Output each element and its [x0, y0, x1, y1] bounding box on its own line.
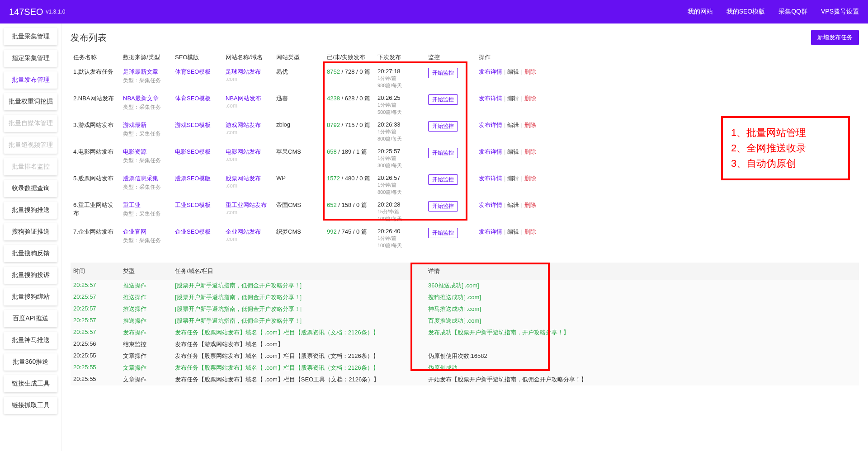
action-delete[interactable]: 删除 [524, 95, 536, 102]
log-time: 20:25:57 [71, 303, 120, 315]
template-link[interactable]: 体育SEO模板 [175, 68, 211, 75]
action-detail[interactable]: 发布详情 [479, 122, 502, 128]
monitor-button[interactable]: 开始监控 [428, 148, 458, 158]
action-detail[interactable]: 发布详情 [479, 175, 502, 182]
table-row: 2.NBA网站发布NBA最新文章类型：采集任务体育SEO模板NBA网站发布 .c… [71, 92, 859, 118]
sidebar-item-16[interactable]: 链接生成工具 [4, 375, 57, 392]
source-link[interactable]: 重工业 [123, 202, 141, 208]
monitor-button[interactable]: 开始监控 [428, 94, 458, 105]
action-edit[interactable]: 编辑 [507, 202, 519, 208]
log-time: 20:25:57 [71, 280, 120, 291]
log-time: 20:25:55 [71, 362, 120, 374]
site-link[interactable]: 重工业网站发布 [226, 202, 267, 208]
template-link[interactable]: 游戏SEO模板 [175, 122, 211, 128]
log-detail: 伪原创使用次数:16582 [425, 350, 859, 362]
source-link[interactable]: 游戏最新 [123, 122, 146, 128]
sidebar-item-0[interactable]: 批量采集管理 [4, 28, 57, 45]
action-edit[interactable]: 编辑 [507, 228, 519, 235]
log-type: 文章操作 [120, 350, 172, 362]
source-link[interactable]: 足球最新文章 [123, 68, 158, 75]
action-detail[interactable]: 发布详情 [479, 202, 502, 208]
action-edit[interactable]: 编辑 [507, 68, 519, 75]
site-link[interactable]: 足球网站发布 [226, 68, 261, 75]
th-template: SEO模版 [172, 50, 223, 65]
source-link[interactable]: NBA最新文章 [123, 95, 159, 102]
action-detail[interactable]: 发布详情 [479, 228, 502, 235]
th-log-task: 任务/域名/栏目 [172, 263, 425, 280]
site-link[interactable]: 股票网站发布 [226, 175, 261, 182]
action-edit[interactable]: 编辑 [507, 95, 519, 102]
nav-seo-templates[interactable]: 我的SEO模版 [726, 8, 765, 16]
cell-actions: 发布详情|编辑|删除 [476, 92, 859, 118]
action-detail[interactable]: 发布详情 [479, 95, 502, 102]
cell-next: 20:26:251分钟/篇500篇/每天 [375, 92, 425, 118]
cell-site: 企业网站发布 .com [223, 225, 274, 252]
monitor-button[interactable]: 开始监控 [428, 174, 458, 185]
monitor-button[interactable]: 开始监控 [428, 121, 458, 132]
nav-qq-group[interactable]: 采集QQ群 [778, 8, 807, 16]
sidebar-item-2[interactable]: 批量发布管理 [4, 71, 57, 89]
action-delete[interactable]: 删除 [524, 202, 536, 208]
action-delete[interactable]: 删除 [524, 228, 536, 235]
site-link[interactable]: 电影网站发布 [226, 148, 261, 155]
cell-publish: 658 / 189 / 1 篇 [324, 145, 375, 172]
cell-name: 1.默认发布任务 [71, 65, 120, 92]
action-edit[interactable]: 编辑 [507, 175, 519, 182]
template-link[interactable]: 企业SEO模板 [175, 228, 211, 235]
site-link[interactable]: 企业网站发布 [226, 228, 261, 235]
site-link[interactable]: 游戏网站发布 [226, 122, 261, 128]
source-link[interactable]: 股票信息采集 [123, 175, 158, 182]
sidebar-item-1[interactable]: 指定采集管理 [4, 50, 57, 67]
template-link[interactable]: 电影SEO模板 [175, 148, 211, 155]
action-delete[interactable]: 删除 [524, 175, 536, 182]
template-link[interactable]: 体育SEO模板 [175, 95, 211, 102]
sidebar-item-3[interactable]: 批量权重词挖掘 [4, 93, 57, 110]
template-link[interactable]: 股票SEO模版 [175, 175, 211, 182]
table-row: 6.重工业网站发布重工业类型：采集任务工业SEO模板重工业网站发布 .com帝国… [71, 198, 859, 225]
source-link[interactable]: 企业官网 [123, 228, 146, 235]
action-detail[interactable]: 发布详情 [479, 68, 502, 75]
sidebar-item-4: 批量自媒体管理 [4, 115, 57, 132]
action-edit[interactable]: 编辑 [507, 148, 519, 155]
log-time: 20:25:56 [71, 338, 120, 350]
sidebar-item-10[interactable]: 批量搜狗反馈 [4, 245, 57, 262]
template-link[interactable]: 工业SEO模板 [175, 202, 211, 208]
cell-publish: 8792 / 715 / 0 篇 [324, 118, 375, 145]
cell-source: 电影资源类型：采集任务 [120, 145, 172, 172]
cell-template: 体育SEO模板 [172, 92, 223, 118]
app-header: 147SEO v1.3.1.0 我的网站 我的SEO模版 采集QQ群 VPS拨号… [0, 0, 868, 23]
nav-my-sites[interactable]: 我的网站 [688, 8, 713, 16]
sidebar-item-9[interactable]: 搜狗验证推送 [4, 223, 57, 240]
top-nav: 我的网站 我的SEO模版 采集QQ群 VPS拨号设置 [688, 8, 859, 16]
cell-source: NBA最新文章类型：采集任务 [120, 92, 172, 118]
table-row: 1.默认发布任务足球最新文章类型：采集任务体育SEO模板足球网站发布 .com易… [71, 65, 859, 92]
monitor-button[interactable]: 开始监控 [428, 201, 458, 211]
sidebar: 批量采集管理指定采集管理批量发布管理批量权重词挖掘批量自媒体管理批量短视频管理批… [0, 23, 61, 451]
sidebar-item-13[interactable]: 百度API推送 [4, 310, 57, 327]
action-delete[interactable]: 删除 [524, 68, 536, 75]
sidebar-item-8[interactable]: 批量搜狗推送 [4, 202, 57, 219]
sidebar-item-14[interactable]: 批量神马推送 [4, 332, 57, 349]
cell-publish: 992 / 745 / 0 篇 [324, 225, 375, 252]
cell-name: 7.企业网站发布 [71, 225, 120, 252]
add-publish-task-button[interactable]: 新增发布任务 [811, 30, 859, 45]
cell-monitor: 开始监控 [425, 145, 476, 172]
source-link[interactable]: 电影资源 [123, 148, 146, 155]
action-delete[interactable]: 删除 [524, 148, 536, 155]
log-task: 发布任务【股票网站发布】域名【 .com】栏目【股票资讯（文档：2126条）】 [172, 327, 425, 338]
monitor-button[interactable]: 开始监控 [428, 228, 458, 238]
sidebar-item-15[interactable]: 批量360推送 [4, 353, 57, 371]
site-link[interactable]: NBA网站发布 [226, 95, 261, 102]
action-edit[interactable]: 编辑 [507, 122, 519, 128]
nav-vps-dial[interactable]: VPS拨号设置 [821, 8, 859, 16]
action-detail[interactable]: 发布详情 [479, 148, 502, 155]
sidebar-item-17[interactable]: 链接抓取工具 [4, 397, 57, 414]
monitor-button[interactable]: 开始监控 [428, 68, 458, 78]
sidebar-item-7[interactable]: 收录数据查询 [4, 180, 57, 197]
log-type: 推送操作 [120, 291, 172, 303]
cell-source: 重工业类型：采集任务 [120, 198, 172, 225]
sidebar-item-11[interactable]: 批量搜狗投诉 [4, 267, 57, 284]
log-task: 发布任务【游戏网站发布】域名【 .com】 [172, 338, 425, 350]
sidebar-item-12[interactable]: 批量搜狗绑站 [4, 288, 57, 305]
action-delete[interactable]: 删除 [524, 122, 536, 128]
